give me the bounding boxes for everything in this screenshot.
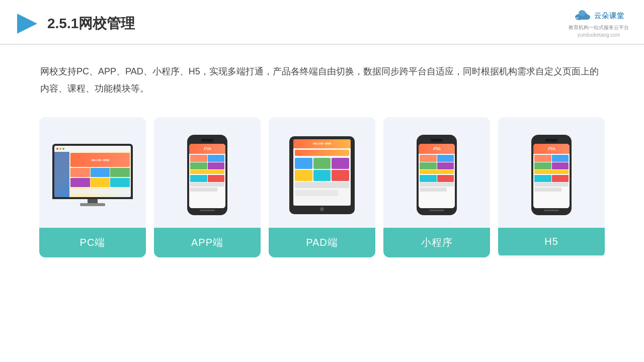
card-pc: 职通人的第一堂网课 <box>39 117 146 257</box>
page-title: 2.5.1网校管理 <box>47 14 135 33</box>
svg-marker-0 <box>17 14 37 34</box>
svg-point-5 <box>579 10 586 16</box>
phone-mini-mockup: 职通人的第一堂网课 <box>417 135 457 215</box>
card-h5-image: 职通人的第一堂网课 <box>498 117 605 228</box>
card-pc-label: PC端 <box>39 228 146 257</box>
card-pc-image: 职通人的第一堂网课 <box>39 117 146 228</box>
logo-text: 云朵课堂 <box>594 12 624 21</box>
header-left: 2.5.1网校管理 <box>15 12 135 36</box>
card-app-image: 职通人的第一堂网课 <box>154 117 261 228</box>
phone-app-mockup: 职通人的第一堂网课 <box>187 135 227 215</box>
pc-device-mockup: 职通人的第一堂网课 <box>52 144 133 206</box>
card-app: 职通人的第一堂网课 <box>154 117 261 257</box>
logo-tagline: 教育机构一站式服务云平台 <box>569 24 629 31</box>
card-pad: 职通人的第一堂网课 <box>269 117 375 257</box>
header: 2.5.1网校管理 云朵课堂 教育机构一站式服务云平台 yunduoketang… <box>0 0 644 45</box>
card-pad-label: PAD端 <box>269 228 375 257</box>
pad-topbar-text: 职通人的第一堂网课 <box>313 142 331 145</box>
card-pad-image: 职通人的第一堂网课 <box>269 117 375 228</box>
cards-container: 职通人的第一堂网课 <box>0 107 644 267</box>
logo-url: yunduoketang.com <box>578 32 620 38</box>
logo-brand: 云朵课堂 <box>573 9 624 23</box>
card-miniprogram-image: 职通人的第一堂网课 <box>383 117 490 228</box>
card-h5: 职通人的第一堂网课 <box>498 117 605 257</box>
svg-point-6 <box>576 17 579 19</box>
phone-h5-mockup: 职通人的第一堂网课 <box>531 135 572 215</box>
card-miniprogram-label: 小程序 <box>383 228 490 257</box>
cloud-icon <box>573 9 591 23</box>
phone-h5-header-text: 职通人的第一堂网课 <box>548 147 555 151</box>
phone-app-header-text: 职通人的第一堂网课 <box>204 147 211 151</box>
phone-mini-header-text: 职通人的第一堂网课 <box>433 147 441 151</box>
card-miniprogram: 职通人的第一堂网课 <box>383 117 490 257</box>
card-h5-label: H5 <box>498 228 605 255</box>
logo-area: 云朵课堂 教育机构一站式服务云平台 yunduoketang.com <box>569 9 629 38</box>
play-icon <box>15 12 39 36</box>
card-app-label: APP端 <box>154 228 261 257</box>
description-text: 网校支持PC、APP、PAD、小程序、H5，实现多端打通，产品各终端自由切换，数… <box>0 45 644 107</box>
pad-device-mockup: 职通人的第一堂网课 <box>289 136 355 214</box>
pc-banner-text: 职通人的第一堂网课 <box>91 159 109 161</box>
